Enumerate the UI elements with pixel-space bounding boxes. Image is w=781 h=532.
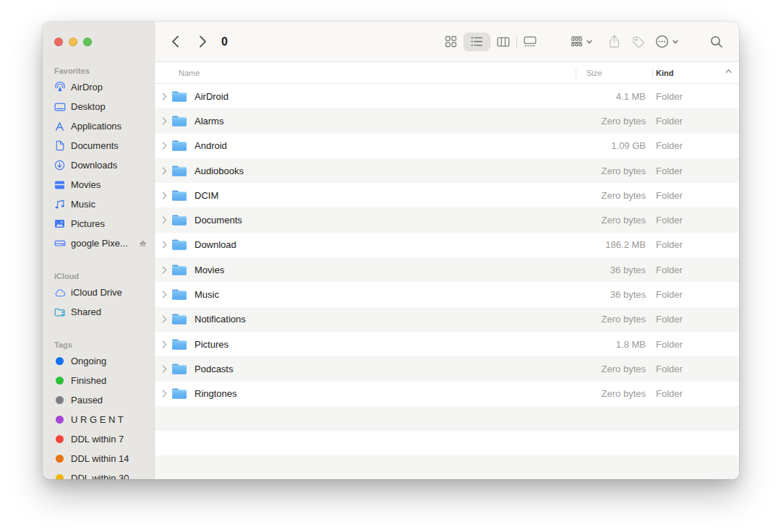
tag-dot-icon bbox=[54, 356, 66, 367]
column-divider[interactable] bbox=[652, 68, 653, 78]
file-row-dcim[interactable]: DCIM Zero bytes Folder bbox=[155, 183, 739, 207]
close-button[interactable] bbox=[54, 38, 63, 46]
sidebar-item-tag-ddl-30[interactable]: DDL within 30 bbox=[43, 468, 154, 479]
movies-icon bbox=[54, 179, 66, 191]
sidebar-item-downloads[interactable]: Downloads bbox=[43, 155, 154, 175]
list-view-button[interactable] bbox=[464, 33, 490, 51]
disclosure-chevron-icon[interactable] bbox=[160, 117, 168, 125]
disclosure-chevron-icon[interactable] bbox=[160, 93, 168, 100]
disclosure-chevron-icon[interactable] bbox=[160, 142, 168, 150]
folder-icon bbox=[171, 140, 187, 152]
file-kind: Folder bbox=[646, 289, 739, 300]
disclosure-chevron-icon[interactable] bbox=[160, 291, 168, 299]
minimize-button[interactable] bbox=[69, 38, 77, 46]
file-size: 1.8 MB bbox=[576, 339, 646, 350]
folder-icon bbox=[171, 387, 187, 400]
column-header-name[interactable]: Name bbox=[155, 69, 576, 77]
file-kind: Folder bbox=[646, 116, 739, 126]
sidebar-item-icloud-drive[interactable]: iCloud Drive bbox=[43, 283, 154, 302]
file-row-podcasts[interactable]: Podcasts Zero bytes Folder bbox=[155, 356, 739, 381]
file-row-music[interactable]: Music 36 bytes Folder bbox=[155, 282, 739, 306]
file-kind: Folder bbox=[646, 215, 739, 226]
disclosure-chevron-icon[interactable] bbox=[160, 390, 168, 398]
disclosure-chevron-icon[interactable] bbox=[160, 241, 168, 249]
file-row-download[interactable]: Download 186.2 MB Folder bbox=[155, 233, 739, 257]
eject-icon[interactable] bbox=[139, 239, 147, 247]
sidebar-item-label: DDL within 30 bbox=[71, 473, 129, 479]
back-button[interactable] bbox=[166, 33, 184, 51]
file-size: Zero bytes bbox=[576, 190, 646, 201]
sidebar-item-label: AirDrop bbox=[71, 82, 103, 93]
file-row-pictures[interactable]: Pictures 1.8 MB Folder bbox=[155, 332, 739, 356]
sidebar-item-google-pixel[interactable]: google Pixe... bbox=[43, 233, 154, 253]
disclosure-chevron-icon[interactable] bbox=[160, 365, 168, 373]
folder-icon bbox=[171, 264, 187, 276]
file-row-airdroid[interactable]: AirDroid 4.1 MB Folder bbox=[155, 84, 739, 108]
chevron-down-icon bbox=[586, 40, 592, 44]
file-row-android[interactable]: Android 1.09 GB Folder bbox=[155, 134, 739, 158]
file-row-ringtones[interactable]: Ringtones Zero bytes Folder bbox=[155, 382, 739, 406]
sidebar-item-tag-ongoing[interactable]: Ongoing bbox=[43, 351, 154, 371]
toolbar: 0 bbox=[155, 22, 739, 62]
tag-dot-icon bbox=[54, 414, 66, 426]
file-name: Notifications bbox=[195, 314, 576, 325]
view-switcher bbox=[438, 33, 543, 51]
disclosure-chevron-icon[interactable] bbox=[160, 315, 168, 323]
group-by-button[interactable] bbox=[571, 33, 592, 51]
sidebar-item-label: Ongoing bbox=[71, 356, 106, 366]
sidebar-item-label: Pictures bbox=[71, 218, 105, 229]
sidebar-item-label: Documents bbox=[71, 140, 119, 151]
sidebar-item-documents[interactable]: Documents bbox=[43, 136, 154, 155]
disclosure-chevron-icon[interactable] bbox=[160, 266, 168, 274]
sidebar-item-tag-paused[interactable]: Paused bbox=[43, 390, 154, 410]
file-name: Ringtones bbox=[195, 388, 576, 399]
sidebar-item-label: Movies bbox=[71, 179, 101, 190]
folder-icon bbox=[171, 115, 187, 127]
sidebar-item-label: google Pixe... bbox=[71, 238, 128, 249]
sidebar-item-tag-finished[interactable]: Finished bbox=[43, 371, 154, 390]
file-row-documents[interactable]: Documents Zero bytes Folder bbox=[155, 207, 739, 232]
main-area: 0 bbox=[155, 22, 739, 479]
file-kind: Folder bbox=[646, 91, 739, 102]
file-size: Zero bytes bbox=[576, 388, 646, 399]
finder-window: Favorites AirDrop Desktop Applications bbox=[43, 22, 739, 479]
file-name: Music bbox=[195, 289, 576, 300]
sidebar-item-shared[interactable]: Shared bbox=[43, 302, 154, 322]
file-name: Android bbox=[195, 140, 576, 151]
sidebar-item-desktop[interactable]: Desktop bbox=[43, 97, 154, 116]
tag-button[interactable] bbox=[632, 33, 645, 51]
file-row-alarms[interactable]: Alarms Zero bytes Folder bbox=[155, 108, 739, 133]
column-view-button[interactable] bbox=[490, 33, 516, 51]
icon-view-button[interactable] bbox=[438, 33, 464, 51]
more-options-button[interactable] bbox=[655, 33, 678, 51]
file-size: 1.09 GB bbox=[576, 140, 646, 151]
rows-container: AirDroid 4.1 MB Folder Alarms Zero bytes… bbox=[155, 84, 739, 479]
file-row-notifications[interactable]: Notifications Zero bytes Folder bbox=[155, 307, 739, 332]
column-divider[interactable] bbox=[576, 68, 576, 78]
column-header-size[interactable]: Size bbox=[576, 69, 646, 77]
gallery-view-button[interactable] bbox=[517, 33, 543, 51]
sidebar-item-tag-ddl-7[interactable]: DDL within 7 bbox=[43, 429, 154, 449]
sidebar-item-movies[interactable]: Movies bbox=[43, 175, 154, 194]
forward-button[interactable] bbox=[194, 33, 211, 51]
zoom-button[interactable] bbox=[83, 38, 92, 46]
sidebar-item-airdrop[interactable]: AirDrop bbox=[43, 77, 154, 97]
tag-dot-icon bbox=[54, 453, 66, 465]
file-name: Documents bbox=[195, 215, 576, 226]
sidebar-item-pictures[interactable]: Pictures bbox=[43, 214, 154, 233]
sidebar-item-music[interactable]: Music bbox=[43, 194, 154, 214]
disclosure-chevron-icon[interactable] bbox=[160, 167, 168, 175]
file-name: Podcasts bbox=[195, 364, 576, 374]
sidebar-item-applications[interactable]: Applications bbox=[43, 116, 154, 136]
disclosure-chevron-icon[interactable] bbox=[160, 216, 168, 224]
file-row-audiobooks[interactable]: Audiobooks Zero bytes Folder bbox=[155, 158, 739, 183]
tag-dot-icon bbox=[54, 473, 66, 480]
disclosure-chevron-icon[interactable] bbox=[160, 340, 168, 348]
sidebar-item-tag-urgent[interactable]: U R G E N T bbox=[43, 410, 154, 429]
search-button[interactable] bbox=[710, 33, 723, 51]
sidebar-item-tag-ddl-14[interactable]: DDL within 14 bbox=[43, 449, 154, 468]
disclosure-chevron-icon[interactable] bbox=[160, 192, 168, 200]
file-name: Movies bbox=[195, 265, 576, 275]
file-row-movies[interactable]: Movies 36 bytes Folder bbox=[155, 257, 739, 282]
share-button[interactable] bbox=[608, 33, 620, 51]
